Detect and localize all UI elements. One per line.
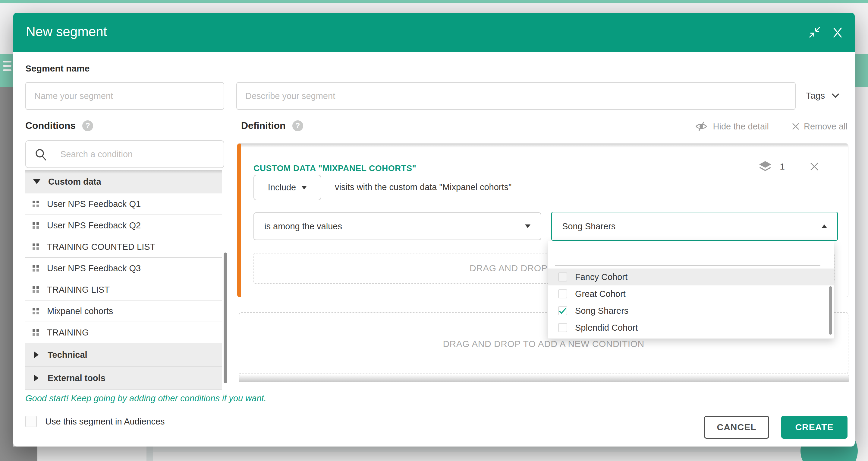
segment-name-input[interactable] (25, 82, 224, 110)
group-technical[interactable]: Technical (25, 343, 222, 366)
condition-item-label: TRAINING LIST (47, 285, 110, 295)
checkbox-checked[interactable] (558, 306, 567, 315)
modal-title: New segment (26, 24, 107, 39)
condition-item-label: Mixpanel cohorts (47, 306, 113, 316)
value-search-input[interactable] (555, 245, 831, 264)
drag-handle-icon[interactable] (33, 329, 39, 336)
group-label: External tools (48, 373, 105, 383)
hide-detail-button[interactable]: Hide the detail (694, 121, 769, 132)
option-great-cohort[interactable]: Great Cohort (548, 285, 834, 302)
modal-header: New segment (13, 13, 855, 52)
option-splendid-cohort[interactable]: Splendid Cohort (548, 319, 834, 336)
search-icon (34, 148, 48, 162)
condition-item[interactable]: TRAINING LIST (25, 279, 222, 300)
group-external-tools[interactable]: External tools (25, 366, 222, 390)
include-label: Include (268, 182, 296, 193)
drag-handle-icon[interactable] (33, 308, 39, 314)
condition-item-label: TRAINING (47, 328, 89, 338)
caret-down-icon (33, 179, 40, 184)
group-label: Technical (48, 350, 87, 360)
caret-right-icon (34, 374, 38, 382)
dropdown-scrollbar[interactable] (829, 286, 832, 335)
value-select[interactable]: Song Sharers (551, 212, 838, 241)
create-button[interactable]: CREATE (781, 416, 847, 439)
page-left-sidebar (0, 87, 13, 461)
condition-item-label: User NPS Feedback Q1 (47, 199, 141, 209)
conditions-help-icon[interactable]: ? (82, 120, 93, 131)
condition-item[interactable]: Mixpanel cohorts (25, 300, 222, 322)
page-top-teal-strip (0, 0, 868, 3)
hamburger-menu-icon[interactable] (3, 61, 11, 74)
option-song-sharers[interactable]: Song Sharers (548, 302, 834, 319)
checkbox-unchecked[interactable] (558, 323, 567, 332)
page-background-divider (147, 446, 153, 461)
checkbox-unchecked[interactable] (558, 272, 567, 282)
triangle-down-icon (301, 186, 307, 190)
condition-item[interactable]: User NPS Feedback Q3 (25, 257, 222, 279)
footer-hint: Good start! Keep going by adding other c… (25, 394, 267, 403)
page-background-panel-edge (153, 446, 855, 452)
new-segment-modal: New segment Segment name Tags (13, 13, 855, 446)
chevron-down-icon (832, 93, 839, 98)
segment-name-label: Segment name (25, 63, 90, 74)
conditions-list: Custom data User NPS Feedback Q1 User NP… (25, 170, 222, 390)
close-icon[interactable] (831, 26, 844, 39)
option-label: Great Cohort (575, 289, 626, 299)
include-sentence: visits with the custom data "Mixpanel co… (335, 182, 512, 192)
screen: New segment Segment name Tags (0, 0, 868, 461)
checkbox-unchecked[interactable] (558, 289, 567, 298)
condition-item-label: User NPS Feedback Q2 (47, 221, 141, 231)
operator-select[interactable]: is among the values (253, 212, 541, 240)
segment-description-input[interactable] (236, 82, 796, 110)
drag-handle-icon[interactable] (33, 243, 39, 250)
option-fancy-cohort[interactable]: Fancy Cohort (548, 268, 834, 285)
page-left-sidebar-bottom (0, 446, 37, 461)
value-select-text: Song Sharers (562, 222, 615, 231)
tags-dropdown[interactable]: Tags (806, 90, 839, 101)
conditions-heading: Conditions (25, 120, 76, 131)
option-label: Fancy Cohort (575, 272, 627, 282)
condition-item[interactable]: TRAINING COUNTED LIST (25, 236, 222, 257)
drag-handle-icon[interactable] (33, 286, 39, 293)
layers-count: 1 (780, 162, 785, 172)
tags-label: Tags (806, 90, 825, 101)
condition-item[interactable]: User NPS Feedback Q2 (25, 214, 222, 236)
condition-item[interactable]: User NPS Feedback Q1 (25, 193, 222, 214)
layers-icon (758, 161, 772, 173)
group-label: Custom data (48, 177, 101, 187)
remove-all-button[interactable]: Remove all (792, 122, 847, 132)
value-dropdown-panel: Fancy Cohort Great Cohort Song Sharers S… (548, 241, 834, 339)
option-label: Song Sharers (575, 306, 628, 316)
audiences-label: Use this segment in Audiences (45, 416, 165, 427)
condition-item[interactable]: TRAINING (25, 322, 222, 343)
triangle-down-icon (525, 225, 530, 228)
triangle-up-icon (822, 225, 827, 228)
definition-heading: Definition (241, 120, 286, 131)
hide-detail-label: Hide the detail (713, 122, 769, 132)
audiences-checkbox[interactable] (25, 416, 37, 427)
group-custom-data[interactable]: Custom data (25, 170, 222, 193)
option-label: Splendid Cohort (575, 323, 638, 333)
add-condition-drop-zone-text: DRAG AND DROP TO ADD A NEW CONDITION (239, 339, 848, 349)
drag-handle-icon[interactable] (33, 201, 39, 207)
drag-handle-icon[interactable] (33, 265, 39, 271)
collapse-icon[interactable] (808, 26, 821, 39)
condition-item-label: TRAINING COUNTED LIST (47, 242, 155, 252)
conditions-scrollbar[interactable] (224, 253, 227, 383)
eye-slash-icon (694, 121, 708, 132)
drag-handle-icon[interactable] (33, 222, 39, 229)
include-dropdown-button[interactable]: Include (253, 175, 321, 200)
operator-value: is among the values (264, 222, 342, 231)
caret-right-icon (34, 351, 38, 358)
remove-all-label: Remove all (804, 122, 847, 132)
remove-all-x-icon (792, 122, 800, 130)
condition-item-label: User NPS Feedback Q3 (47, 263, 141, 273)
definition-help-icon[interactable]: ? (292, 120, 303, 131)
condition-close-icon[interactable] (809, 162, 819, 171)
cancel-button[interactable]: CANCEL (704, 416, 769, 439)
condition-card-title: CUSTOM DATA "MIXPANEL COHORTS" (253, 164, 416, 173)
condition-search-input[interactable] (52, 142, 215, 166)
definition-horizontal-scrollbar[interactable] (239, 375, 849, 382)
